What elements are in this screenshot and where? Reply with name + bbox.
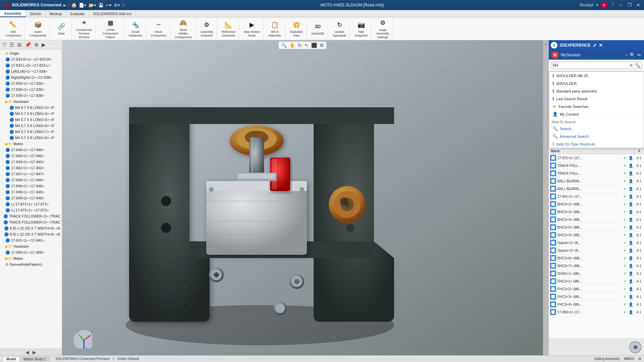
list-item[interactable]: SHSS<1> (M6... ✓ 👤 A 1	[549, 270, 644, 278]
dd-item-last-search[interactable]: ℹ Last Search Result	[549, 95, 644, 103]
list-item[interactable]: 17-900<1> (17... ✓ 👤 A 1	[549, 308, 644, 316]
list-item[interactable]: 🔵 M4 0.7 X 8 LONG<6> <F	[0, 123, 62, 129]
edit-component-btn[interactable]: ✏️ EditComponent	[4, 19, 22, 38]
list-item[interactable]: 🔵 M4 0.7 X 8 LONG<5> <F	[0, 117, 62, 123]
list-item[interactable]: BHCS<7> (M8... ✓ 👤 A 1	[549, 262, 644, 270]
mate-btn[interactable]: 🔗 Mate	[55, 21, 67, 36]
dd-item-shoulder-m6[interactable]: ℹ SHOULDER M6 25	[549, 72, 644, 79]
list-item[interactable]: 🔵 8 ID x 22 OD X 7 WIDTH<5> <E	[0, 225, 62, 231]
dd-help-shortcuts-btn[interactable]: ℹ Help On Type Shortcuts	[549, 140, 644, 148]
reference-geometry-btn[interactable]: 📐 ReferenceGeometry	[220, 19, 237, 38]
vp-select-icon[interactable]: ↖	[304, 42, 310, 48]
list-item[interactable]: 🔵 Left(Left)<1> <17-838>	[0, 68, 62, 74]
list-item[interactable]: TRACK FOLL... ✓ 👤 A 1	[549, 162, 644, 170]
list-item[interactable]: TRACK FOLL... ✓ 👤 A 1	[549, 170, 644, 177]
grid-icon[interactable]: ⊞	[16, 41, 22, 48]
dd-item-favorites[interactable]: ★ Favorite Searches	[549, 103, 644, 110]
list-item[interactable]: Spacer<2> (8... ✓ 👤 A 1	[549, 247, 644, 254]
tab-addins[interactable]: SOLIDWORKS Add-Ins	[89, 10, 136, 17]
pin-icon[interactable]: 📌	[23, 41, 32, 48]
user-dropdown[interactable]: ▾	[596, 3, 598, 7]
session-dropdown-icon[interactable]: ▾	[626, 53, 628, 57]
filter-icon[interactable]: ▽	[1, 41, 7, 48]
new-icon[interactable]: 📄▾	[79, 3, 87, 8]
undo-icon[interactable]: ↩▾	[106, 3, 112, 8]
vp-settings-icon[interactable]: ⚙	[319, 42, 325, 48]
tab-assembly[interactable]: Assembly	[0, 10, 26, 17]
list-item[interactable]: 🔵 17-836<2> <17-836>	[0, 93, 62, 99]
vp-zoom-icon[interactable]: 🔍	[280, 42, 288, 48]
list-item[interactable]: BHCS<4> (M8... ✓ 👤 A 1	[549, 216, 644, 224]
take-snapshot-btn[interactable]: 📷 TakeSnapshot	[354, 19, 369, 38]
scroll-left-icon[interactable]: ◀	[25, 350, 29, 355]
list-item[interactable]: 🔵 17-846<2> <17-846>	[0, 183, 62, 189]
list-item[interactable]: BALL BEARIN... ✓ 👤 A 1	[549, 185, 644, 193]
arrow-right-icon[interactable]: ▶	[41, 41, 47, 48]
new-motion-study-btn[interactable]: ▶ New MotionStudy	[243, 19, 261, 38]
list-item[interactable]: 🔵 M4 0.7 X 8 LONG<3> <F	[0, 105, 62, 111]
view-icon[interactable]: □	[122, 3, 125, 8]
list-item[interactable]: 🔵 17-846<1> <17-846>	[0, 177, 62, 183]
list-item[interactable]: 🔵 M4 0.7 X 8 LONG<7> <F	[0, 129, 62, 135]
update-speedpak-btn[interactable]: ↻ UpdateSpeedpak	[331, 19, 348, 38]
list-item[interactable]: 🔵 17-833-R<1> <17-833-R>	[0, 56, 62, 62]
tab-motion-study[interactable]: Motion Study 1	[20, 357, 50, 361]
list-item[interactable]: 🔵 TRACK FOLLOWER<2> <TRAC	[0, 219, 62, 225]
list-item[interactable]: BALL BEARIN... ✓ 👤 A 1	[549, 177, 644, 185]
tree-item-origin[interactable]: ⊕ Origin	[0, 50, 62, 56]
session-search-icon[interactable]: 🔍	[630, 52, 635, 58]
status-settings-icon[interactable]: ⚙	[638, 357, 641, 361]
save-icon[interactable]: 💾	[98, 3, 104, 8]
scroll-right-icon[interactable]: ▶	[33, 350, 36, 355]
list-item[interactable]: 🔵 17-849<1> <17-849>	[0, 189, 62, 195]
component-preview-btn[interactable]: 👁 ComponentPreviewWindow	[75, 17, 94, 40]
list-item[interactable]: FHCS<1> (M6... ✓ 👤 A 1	[549, 278, 644, 285]
list-item[interactable]: 🔵 17-843<1> <17-843>	[0, 159, 62, 165]
close-btn[interactable]: ✕	[635, 2, 641, 8]
restore-btn[interactable]: ❐	[627, 2, 633, 8]
list-item[interactable]: 17-872<1> (17... ✓ 👤 A 1	[549, 154, 644, 162]
list-item[interactable]: 🔵 8 ID x 22 OD X 7 WIDTH<6> <E	[0, 231, 62, 237]
compass-icon[interactable]: ⊕	[33, 41, 40, 48]
help-icon[interactable]: ❓	[610, 3, 615, 7]
tab-markup[interactable]: Markup	[46, 10, 66, 17]
list-item[interactable]: BHCS<2> (M8... ✓ 👤 A 1	[549, 200, 644, 208]
list-item[interactable]: 🔵 17-900<1> <17-900>	[0, 249, 62, 255]
large-assembly-settings-btn[interactable]: ⚙ LargeAssemblySettings	[375, 17, 390, 40]
list-item[interactable]: 🔵 17-841<1> <17-841>	[0, 237, 62, 243]
list-item[interactable]: 🔵 M4 0.7 X 8 LONG<4> <F	[0, 111, 62, 117]
linear-pattern-btn[interactable]: ▦ Linear ComponentPattern	[99, 17, 122, 40]
dd-advanced-search-btn[interactable]: 🔍 Advanced Search	[549, 132, 644, 140]
list-item[interactable]: 🔵 TRACK FOLLOWER<3> <TRAC	[0, 213, 62, 219]
tab-model[interactable]: Model	[3, 357, 20, 361]
list-item[interactable]: FHCS<4> (M6... ✓ 👤 A 1	[549, 301, 644, 308]
vp-pan-icon[interactable]: ✋	[288, 42, 296, 48]
list-item[interactable]: 🔵 17-833-L<2> <17-833-L>	[0, 62, 62, 68]
session-pencil-icon[interactable]: ✏	[637, 52, 641, 58]
list-item[interactable]: BHCS<6> (M8... ✓ 👤 A 1	[549, 254, 644, 262]
search-input[interactable]	[552, 63, 628, 68]
list-item[interactable]: 🔵 M4 0.7 X 8 LONG<8> <F	[0, 135, 62, 141]
list-item[interactable]: 🔵 17-836<1> <17-836>	[0, 86, 62, 93]
instant3d-btn[interactable]: 3D Instant3D	[310, 21, 326, 36]
list-item[interactable]: 🔵 17-840<1> <17-840>	[0, 147, 62, 153]
expand-icon[interactable]: ⤢	[593, 43, 597, 48]
list-item[interactable]: 17-841<1> (17... ✓ 👤 A 1	[549, 193, 644, 200]
3d-viewport[interactable]: 🔍 ✋ ↻ ↖ ⬛ ⚙ X Y Z	[62, 40, 543, 355]
minimize-btn[interactable]: ─	[618, 2, 624, 8]
tab-sketch[interactable]: Sketch	[26, 10, 46, 17]
list-item[interactable]: 🔵 (-) 17-872<1> <17-872>	[0, 207, 62, 213]
show-hidden-btn[interactable]: 🙈 ShowHiddenComponents	[173, 17, 193, 40]
list-item[interactable]: BHCS<3> (M8... ✓ 👤 A 1	[549, 208, 644, 216]
list-item[interactable]: BHCS<5> (M8... ✓ 👤 A 1	[549, 224, 644, 231]
list-item[interactable]: Spacer<1> (8... ✓ 👤 A 1	[549, 239, 644, 247]
list-icon[interactable]: ☰	[8, 41, 15, 48]
dd-item-shoulder[interactable]: ℹ SHOULDER	[549, 79, 644, 87]
list-item[interactable]: 🔵 Right(Right)<2> <17-838>	[0, 74, 62, 80]
tree-item-mates-folder-1[interactable]: ▶📁 Mates	[0, 141, 62, 147]
list-item[interactable]: 🔵 (-) 17-871<1> <17-871>	[0, 201, 62, 207]
tree-item-derived-hole[interactable]: ⚙ DerivedHolePattern1	[0, 261, 62, 267]
list-item[interactable]: 🔵 17-862<1> <17-862>	[0, 165, 62, 171]
list-item[interactable]: SHCS<3> (M5... ✓ 👤 A 1	[549, 231, 644, 239]
dd-search-btn[interactable]: 🔍 Search	[549, 125, 644, 132]
